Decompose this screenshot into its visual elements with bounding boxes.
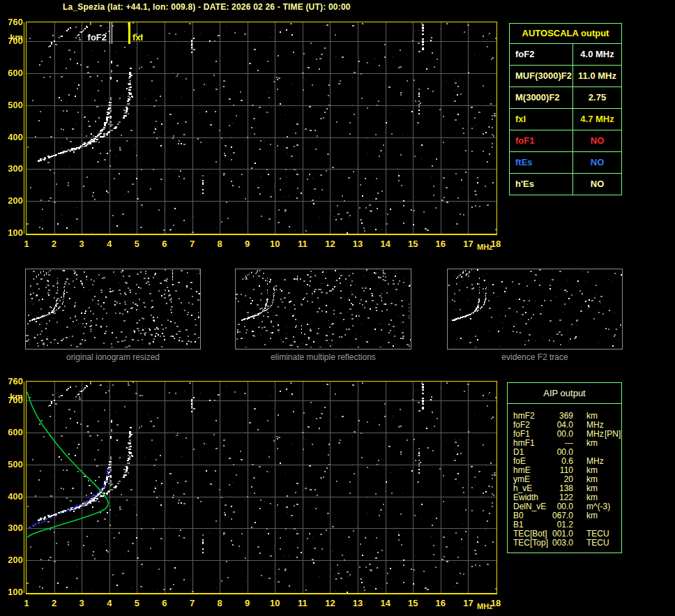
y-tick-label: 100 [0, 587, 23, 597]
x-tick-label: 14 [377, 239, 395, 249]
x-tick-label: 16 [432, 599, 450, 608]
parameter-label: h'Es [510, 174, 573, 195]
y-tick-label: 700 [0, 36, 23, 46]
y-tick-label: 600 [0, 68, 23, 78]
parameter-unit: km [586, 511, 598, 520]
x-tick-label: 7 [183, 599, 202, 608]
parameter-label: foF2 [510, 44, 573, 65]
x-tick-label: 8 [211, 599, 229, 608]
thumbnail-canvas [26, 269, 200, 347]
x-axis-unit-label: MHz [477, 243, 493, 251]
bottom-plot-left-axis-line [24, 382, 24, 593]
autoscala-row-ftes: ftEsNO [510, 152, 621, 174]
x-tick-label: 1 [17, 599, 36, 608]
y-tick-label: 200 [0, 555, 23, 565]
thumbnail-caption: evidence F2 trace [447, 352, 623, 362]
autoscala-output-table: AUTOSCALA output foF24.0 MHzMUF(3000)F21… [509, 23, 622, 195]
parameter-unit: km [586, 439, 598, 448]
thumbnail-canvas [236, 269, 411, 347]
x-tick-label: 15 [404, 239, 422, 249]
top-ionogram-canvas [26, 22, 496, 234]
thumbnail-caption: eliminate multiple reflections [235, 352, 411, 362]
x-tick-label: 6 [156, 599, 174, 608]
x-tick-label: 9 [238, 599, 257, 608]
parameter-value: 4.0 MHz [573, 44, 621, 65]
autoscala-table-header: AUTOSCALA output [510, 24, 621, 44]
parameter-label: ftEs [510, 152, 573, 173]
parameter-label: TEC[Top] [513, 539, 548, 548]
x-tick-label: 4 [100, 239, 119, 249]
autoscala-row-muf3000f2: MUF(3000)F211.0 MHz [510, 66, 621, 87]
x-tick-label: 9 [238, 239, 257, 249]
x-tick-label: 6 [156, 239, 174, 249]
parameter-label: M(3000)F2 [510, 87, 573, 108]
autoscala-row-fof2: foF24.0 MHz [510, 44, 621, 66]
x-tick-label: 14 [377, 599, 395, 608]
autoscala-row-m3000f2: M(3000)F22.75 [510, 87, 621, 109]
x-tick-label: 1 [17, 239, 36, 249]
x-tick-label: 10 [266, 239, 284, 249]
thumbnail-1 [25, 269, 201, 350]
x-tick-label: 11 [294, 599, 312, 608]
x-tick-label: 4 [100, 599, 119, 608]
x-tick-label: 16 [432, 239, 450, 249]
aip-row-tectop: TEC[Top]003.0TECU [508, 539, 621, 548]
x-tick-label: 15 [404, 599, 422, 608]
y-tick-label: 600 [0, 428, 23, 437]
top-plot-left-axis-line [24, 22, 24, 234]
aip-output-table: AIP output hmF2369kmfoF204.0MHzfoF100.0M… [507, 382, 622, 553]
x-tick-label: 12 [321, 599, 339, 608]
y-tick-label: 760 [0, 17, 23, 27]
thumbnail-caption: original ionogram resized [25, 352, 201, 362]
x-tick-label: 13 [349, 599, 367, 608]
y-tick-label: 700 [0, 396, 23, 405]
x-tick-label: 7 [183, 239, 202, 249]
parameter-value: NO [573, 130, 621, 151]
x-tick-label: 8 [211, 239, 229, 249]
parameter-flag: [PN] [605, 430, 621, 439]
x-axis-unit-label: MHz [477, 602, 493, 610]
y-tick-label: 300 [0, 164, 23, 174]
autoscala-row-hes: h'EsNO [510, 174, 621, 195]
y-tick-label: 500 [0, 460, 23, 469]
parameter-label: fxI [510, 109, 573, 130]
thumbnail-3 [447, 269, 623, 350]
parameter-value: 11.0 MHz [573, 66, 621, 87]
x-tick-label: 3 [73, 239, 91, 249]
x-tick-label: 5 [128, 239, 146, 249]
thumbnail-2 [235, 269, 411, 350]
parameter-value: 2.75 [573, 87, 621, 108]
fxI-marker-line [128, 22, 130, 44]
parameter-value: 003.0 [544, 539, 573, 548]
parameter-label: foF1 [510, 130, 573, 151]
y-tick-label: 300 [0, 523, 23, 533]
foF2-marker-line [112, 22, 112, 44]
top-ionogram-plot: foF2 fxI [26, 22, 497, 235]
thumbnail-canvas [448, 269, 622, 347]
x-tick-label: 2 [45, 239, 63, 249]
y-tick-label: 500 [0, 100, 23, 110]
x-tick-label: 5 [128, 599, 146, 608]
x-tick-label: 17 [459, 599, 477, 608]
autoscala-row-fof1: foF1NO [510, 130, 621, 152]
parameter-label: MUF(3000)F2 [510, 66, 573, 87]
autoscala-row-fxi: fxI4.7 MHz [510, 109, 621, 130]
station-title: La_Spezia (lat: +44.1, lon: 009.8) - DAT… [63, 2, 351, 12]
aip-table-header: AIP output [508, 383, 621, 404]
y-tick-label: 200 [0, 196, 23, 206]
bottom-ionogram-canvas [26, 382, 496, 593]
y-tick-label: 100 [0, 228, 23, 238]
x-tick-label: 12 [321, 239, 339, 249]
parameter-unit: TECU [586, 539, 609, 548]
x-tick-label: 10 [266, 599, 284, 608]
foF2-marker-line [109, 22, 110, 44]
bottom-ionogram-plot [26, 381, 497, 594]
y-tick-label: 400 [0, 492, 23, 502]
x-tick-label: 11 [294, 239, 312, 249]
parameter-value: NO [573, 152, 621, 173]
y-tick-label: 400 [0, 133, 23, 142]
foF2-marker-label: foF2 [83, 33, 107, 43]
parameter-value: NO [573, 174, 621, 195]
fxI-marker-label: fxI [132, 33, 143, 43]
y-tick-label: 760 [0, 377, 23, 386]
